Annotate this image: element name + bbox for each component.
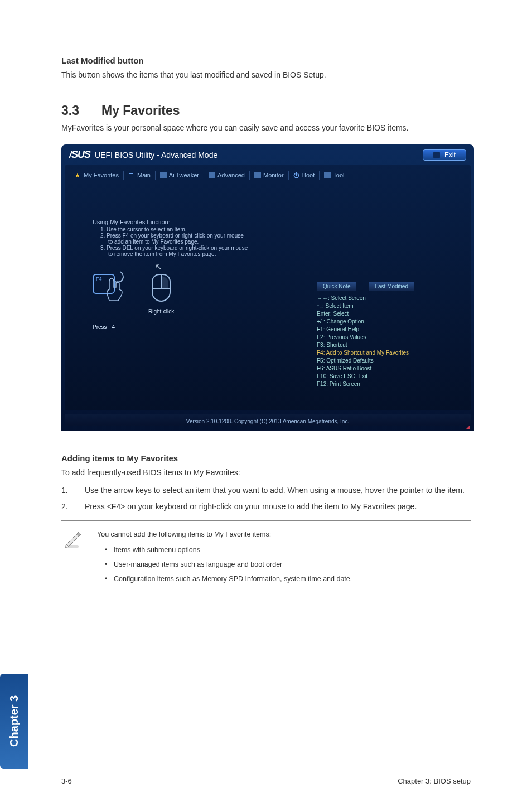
fav-heading: Using My Favorites function: [93, 219, 465, 225]
key-diagram: F4 Press F4 [93, 274, 115, 330]
bios-footer: Version 2.10.1208. Copyright (C) 2013 Am… [65, 414, 471, 426]
section-title: My Favorites [101, 103, 180, 118]
fav-step2b: to add an item to My Favorites page. [93, 239, 465, 245]
adv-icon [209, 172, 215, 178]
bios-title: UEFI BIOS Utility - Advanced Mode [95, 151, 217, 160]
qn-9: F5: Optimized Defaults [317, 357, 462, 365]
page-number: 3-6 [61, 777, 72, 785]
adding-heading: Adding items to My Favorites [61, 453, 471, 463]
exit-button[interactable]: Exit [423, 149, 466, 161]
corner-arrow-icon [466, 426, 470, 429]
step-2: 2. Press <F4> on your keyboard or right-… [61, 501, 471, 513]
last-modified-text: This button shows the items that you las… [61, 70, 471, 81]
cursor-icon: ↖ [155, 262, 162, 272]
note-box: You cannot add the following items to My… [61, 520, 471, 596]
fav-step3b: to remove the item from My Favorites pag… [93, 251, 465, 257]
step-1: 1. Use the arrow keys to select an item … [61, 485, 471, 496]
page-chapter: Chapter 3: BIOS setup [398, 777, 471, 785]
section-number: 3.3 [61, 103, 79, 118]
tab-main[interactable]: ≣Main [124, 171, 156, 180]
qn-2: ↑↓: Select Item [317, 302, 462, 310]
tab-tool[interactable]: Tool [320, 171, 349, 180]
quick-note-button[interactable]: Quick Note [317, 282, 356, 291]
fav-step2: 2. Press F4 on your keyboard or right-cl… [93, 233, 465, 239]
qn-7: F3: Shortcut [317, 341, 462, 349]
note-intro: You cannot add the following items to My… [97, 529, 471, 540]
exit-label: Exit [444, 151, 456, 159]
intro-text: MyFavorites is your personal space where… [61, 123, 471, 134]
tab-mon[interactable]: Monitor [250, 171, 289, 180]
chapter-tab: Chapter 3 [0, 674, 28, 769]
qn-8: F4: Add to Shortcut and My Favorites [317, 349, 462, 357]
qn-5: F1: General Help [317, 326, 462, 334]
bios-window: /SUS UEFI BIOS Utility - Advanced Mode E… [61, 144, 474, 431]
right-click-label: Right-click [148, 308, 174, 315]
last-modified-button[interactable]: Last Modified [369, 282, 414, 291]
ai-icon [160, 172, 167, 178]
qn-6: F2: Previous Values [317, 334, 462, 341]
mouse-icon [152, 274, 171, 302]
star-icon: ★ [75, 172, 81, 178]
list-icon: ≣ [128, 172, 135, 178]
qn-11: F10: Save ESC: Exit [317, 373, 462, 380]
hand-icon [106, 277, 126, 302]
qn-10: F6: ASUS Ratio Boost [317, 365, 462, 373]
note-bullet-1: Items with submenu options [97, 544, 471, 555]
qn-12: F12: Print Screen [317, 380, 462, 388]
qn-4: +/-: Change Option [317, 318, 462, 326]
fav-step3: 3. Press DEL on your keyboard or right-c… [93, 245, 465, 251]
adding-intro: To add frequently-used BIOS items to My … [61, 467, 471, 479]
last-modified-heading: Last Modified button [61, 56, 471, 65]
note-bullet-3: Configuration items such as Memory SPD I… [97, 573, 471, 584]
mouse-diagram: ↖ Right-click [148, 274, 174, 330]
tab-myfav[interactable]: ★My Favorites [70, 171, 124, 180]
tab-ai[interactable]: Ai Tweaker [156, 171, 204, 180]
tab-adv[interactable]: Advanced [204, 171, 250, 180]
fav-step1: 1. Use the cursor to select an item. [93, 226, 465, 233]
exit-icon [433, 152, 440, 158]
power-icon: ⏻ [293, 172, 300, 178]
qn-3: Enter: Select [317, 310, 462, 318]
qn-1: →←: Select Screen [317, 294, 462, 302]
monitor-icon [254, 172, 261, 178]
asus-logo-icon: /SUS [69, 149, 90, 161]
tab-boot[interactable]: ⏻Boot [289, 171, 320, 180]
pencil-icon [61, 529, 84, 588]
tool-icon [324, 172, 331, 178]
press-f4-label: Press F4 [93, 324, 115, 330]
note-bullet-2: User-managed items such as language and … [97, 559, 471, 570]
